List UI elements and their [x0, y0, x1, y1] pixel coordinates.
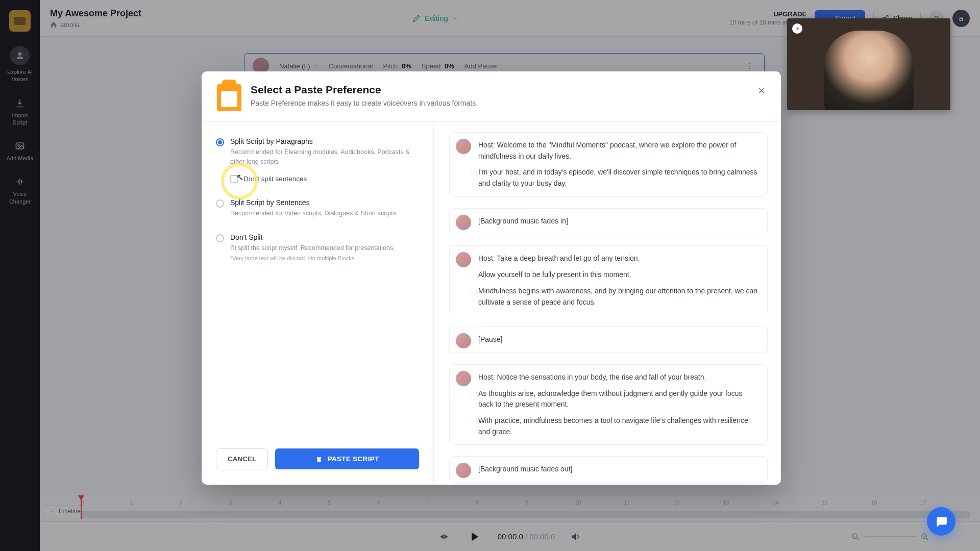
webcam-video: [824, 31, 914, 110]
cancel-button[interactable]: CANCEL: [216, 448, 268, 469]
option-split-sentences[interactable]: Split Script by Sentences Recommended fo…: [216, 198, 419, 218]
dont-split-sentences-checkbox[interactable]: ↖ Don't split sentences: [230, 175, 419, 183]
modal-header: Select a Paste Preference Paste Preferen…: [202, 71, 781, 122]
avatar: [456, 371, 471, 386]
drag-handle-icon[interactable]: ⋮⋮: [469, 271, 478, 280]
avatar: [456, 215, 471, 230]
avatar: [456, 139, 471, 154]
drag-handle-icon[interactable]: ⋮⋮: [469, 390, 478, 399]
chat-icon: [935, 515, 948, 528]
avatar: [456, 333, 471, 348]
preview-block[interactable]: Host: Notice the sensations in your body…: [449, 364, 768, 445]
radio-icon: [216, 234, 224, 242]
option-title: Split Script by Sentences: [230, 198, 396, 207]
modal-subtitle: Paste Preference makes it easy to create…: [251, 99, 478, 107]
option-title: Don't Split: [230, 233, 395, 241]
avatar: [456, 252, 471, 267]
webcam-overlay[interactable]: ✦: [787, 18, 950, 110]
clipboard-icon: [217, 84, 241, 111]
modal-title: Select a Paste Preference: [251, 84, 478, 96]
sparkle-icon: ✦: [792, 23, 802, 34]
preview-block[interactable]: [Background music fades out]: [449, 456, 768, 483]
clipboard-icon: [315, 455, 323, 463]
options-panel: Split Script by Paragraphs Recommended f…: [202, 122, 434, 485]
preview-panel[interactable]: Host: Welcome to the "Mindful Moments" p…: [434, 122, 781, 485]
svg-rect-8: [317, 457, 321, 462]
close-button[interactable]: ×: [754, 84, 769, 98]
preview-block[interactable]: Host: Take a deep breath and let go of a…: [449, 245, 768, 315]
checkbox-icon: [230, 175, 238, 183]
checkbox-label: Don't split sentences: [243, 175, 307, 183]
avatar: [456, 463, 471, 478]
option-desc: I'll split the script myself. Recommende…: [230, 243, 395, 253]
option-title: Split Script by Paragraphs: [230, 137, 419, 145]
preview-block[interactable]: [Pause]: [449, 327, 768, 353]
option-fineprint: *Very large text will be divided into mu…: [230, 255, 395, 261]
drag-handle-icon[interactable]: ⋮⋮: [469, 288, 478, 296]
preview-block[interactable]: Host: Welcome to the "Mindful Moments" p…: [449, 132, 768, 197]
chat-button[interactable]: [927, 507, 955, 536]
paste-preference-modal: Select a Paste Preference Paste Preferen…: [202, 71, 781, 485]
option-desc: Recommended for Elearning modules, Audio…: [230, 147, 419, 167]
option-dont-split[interactable]: Don't Split I'll split the script myself…: [216, 233, 419, 261]
option-desc: Recommended for Video scripts, Dialogues…: [230, 209, 396, 218]
drag-handle-icon[interactable]: ⋮⋮: [469, 169, 478, 178]
preview-block[interactable]: [Background music fades in]: [449, 208, 768, 235]
option-split-paragraphs[interactable]: Split Script by Paragraphs Recommended f…: [216, 137, 419, 167]
paste-script-button[interactable]: PASTE SCRIPT: [275, 448, 419, 469]
drag-handle-icon[interactable]: ⋮⋮: [469, 417, 478, 426]
svg-rect-9: [318, 456, 320, 457]
radio-icon: [216, 138, 224, 146]
radio-icon: [216, 199, 224, 208]
